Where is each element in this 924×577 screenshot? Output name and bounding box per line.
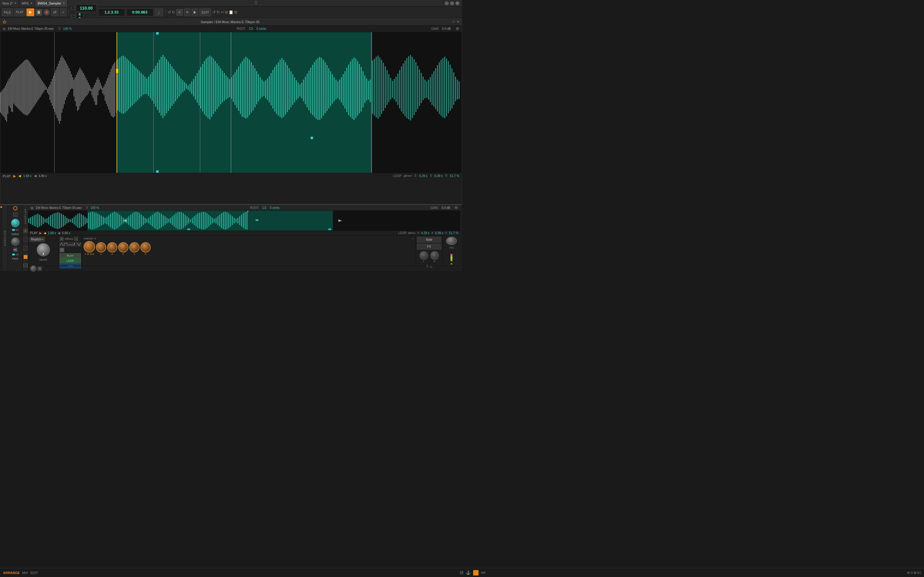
edit-button[interactable]: EDIT — [199, 8, 211, 16]
play-label-button[interactable]: PLAY — [14, 8, 25, 16]
svg-rect-201 — [301, 83, 302, 98]
click-button[interactable]: + — [60, 8, 66, 16]
tab-new2-close[interactable]: ✕ — [14, 2, 16, 5]
svg-rect-375 — [155, 212, 157, 229]
stop-button[interactable] — [36, 9, 42, 16]
a-knob[interactable] — [96, 242, 106, 253]
toggle1[interactable] — [12, 229, 15, 231]
transport-play2[interactable] — [192, 8, 198, 16]
toggle4[interactable] — [16, 254, 19, 255]
offset-loop-btn[interactable]: LOOP — [60, 258, 81, 263]
root-note[interactable]: C3 — [249, 27, 253, 31]
grid-icon — [71, 6, 75, 10]
paste-icon[interactable]: 📋 — [229, 10, 233, 15]
active-sampler-btn[interactable] — [23, 255, 27, 259]
toggle2[interactable] — [16, 229, 19, 231]
r-pan-knob[interactable] — [430, 251, 439, 259]
speed-knob[interactable] — [37, 243, 50, 256]
d-knob[interactable] — [118, 242, 128, 253]
redo2-icon[interactable]: ↻ — [216, 10, 220, 15]
env-shape5[interactable] — [77, 243, 81, 246]
offsets-icon[interactable]: ⚙ — [60, 237, 64, 241]
svg-rect-197 — [294, 77, 295, 103]
settings-btn[interactable] — [13, 212, 18, 217]
file-button[interactable]: FILE — [2, 8, 13, 16]
svg-rect-112 — [141, 73, 142, 97]
gear-btn[interactable]: ⋮⋮ — [23, 263, 27, 268]
undo-icon[interactable]: ↺ — [168, 10, 171, 15]
grid-icon3[interactable] — [60, 248, 65, 253]
mini-gain-value[interactable]: 0.0 dB — [441, 206, 450, 210]
offset-play-btn[interactable]: PLAY — [60, 253, 81, 258]
position-time[interactable]: 0:00.863 — [126, 8, 153, 16]
root-cents[interactable]: 0 cents — [257, 27, 266, 31]
freq-knob[interactable] — [84, 241, 95, 253]
ahdsr-right-arrow[interactable]: → — [411, 237, 414, 240]
record-button[interactable] — [43, 9, 50, 16]
svg-rect-145 — [200, 67, 201, 108]
svg-rect-109 — [135, 68, 136, 102]
redo-icon[interactable]: ↻ — [172, 10, 175, 15]
h-knob[interactable] — [107, 242, 117, 253]
win-close[interactable]: ✕ — [456, 1, 460, 5]
glide-mode-icon[interactable]: ⊟ — [37, 267, 42, 271]
levels-button[interactable]: ≡ — [184, 8, 191, 16]
mini-root-note[interactable]: C3 — [262, 206, 266, 210]
mini-loop-icon2: ⠿ — [417, 231, 419, 235]
undo2-icon[interactable]: ↺ — [212, 10, 216, 15]
tempo-display[interactable]: 110.00 — [76, 4, 97, 12]
close-sampler-icon[interactable]: ✕ — [457, 20, 459, 24]
mini-loop-label: LOOP — [398, 231, 407, 235]
l-knob[interactable] — [420, 251, 428, 259]
waveform-display[interactable] — [0, 32, 462, 173]
list-view-btn[interactable] — [23, 246, 27, 250]
tab-mpe-close[interactable]: ✕ — [30, 2, 32, 5]
tab-new2[interactable]: New 2* ✕ — [0, 0, 19, 6]
sampler-mini-icon1[interactable] — [13, 248, 18, 252]
metronome-button[interactable]: ♩ — [155, 8, 163, 16]
out-knob[interactable] — [446, 237, 457, 245]
play-indicator[interactable]: PLAY — [3, 174, 11, 178]
paste2-icon[interactable]: ⧉ — [234, 10, 237, 15]
tab-new2-label: New 2* — [2, 2, 13, 5]
play-button[interactable] — [26, 8, 34, 16]
env-shape2[interactable] — [64, 243, 68, 246]
add-button[interactable]: + — [176, 9, 183, 16]
win-minimize[interactable]: – — [444, 1, 449, 5]
svg-rect-225 — [345, 71, 346, 108]
gain-value[interactable]: 0.0 dB — [442, 27, 451, 31]
repitch-dropdown[interactable]: Repitch ▾ — [29, 237, 45, 242]
mini-settings-icon[interactable]: ⚙ — [454, 206, 458, 210]
select-knob[interactable] — [11, 219, 19, 227]
mini-root-cents[interactable]: 0 cents — [270, 206, 279, 210]
env-shape3[interactable] — [68, 243, 72, 246]
power-indicator[interactable]: ⏻ — [3, 20, 6, 24]
r-knob[interactable] — [141, 242, 151, 253]
svg-rect-150 — [209, 56, 210, 119]
tab-mpe[interactable]: MPE ✕ — [19, 0, 35, 6]
svg-rect-26 — [29, 61, 30, 113]
env-shape1[interactable] — [60, 243, 63, 246]
grid-view-btn[interactable] — [23, 237, 27, 242]
mini-waveform[interactable] — [28, 211, 460, 231]
tab-sampler-close[interactable]: ✕ — [63, 2, 65, 5]
offsets-right-btn[interactable]: → — [74, 237, 78, 241]
expand-icon[interactable]: ⤢ — [452, 20, 455, 24]
win-maximize[interactable]: □ — [450, 1, 454, 5]
settings-icon[interactable]: ⚙ — [456, 26, 459, 31]
add-sampler-btn[interactable]: + — [23, 229, 27, 233]
note-button[interactable]: Note — [417, 237, 441, 243]
glide-knob[interactable] — [30, 265, 37, 272]
cut-icon[interactable]: ✂ — [221, 10, 224, 15]
copy-icon[interactable]: ⧉ — [225, 10, 228, 15]
env-shape4[interactable] — [73, 243, 76, 246]
power-button[interactable] — [13, 206, 18, 210]
svg-rect-133 — [179, 76, 179, 97]
toggle3[interactable] — [12, 254, 15, 255]
loop-button[interactable]: ⇄ — [51, 8, 59, 16]
s-knob[interactable] — [129, 242, 140, 253]
position-bars[interactable]: 1.2.3.33 — [98, 8, 125, 16]
pitch-knob[interactable] — [11, 237, 19, 246]
tab-sampler[interactable]: BWS4_Sampler ✕ — [35, 0, 67, 6]
fx-button[interactable]: FX — [417, 244, 441, 250]
